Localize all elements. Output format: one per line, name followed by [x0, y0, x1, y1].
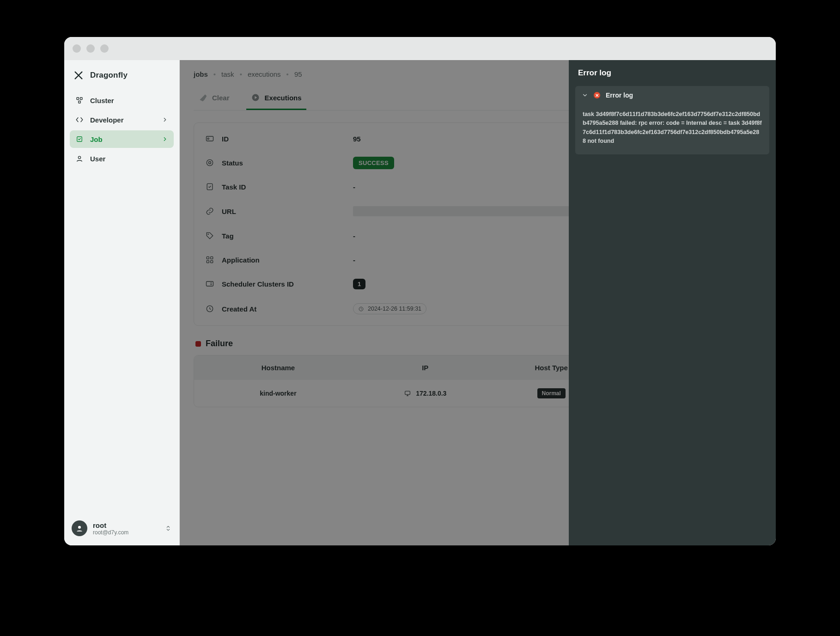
eraser-icon [198, 93, 207, 102]
app-body: Dragonfly Cluster Developer Job [64, 60, 776, 545]
cell-ip: 172.18.0.3 [362, 381, 488, 405]
svg-point-10 [209, 162, 211, 164]
field-label: Status [222, 159, 243, 167]
field-value: 95 [353, 135, 361, 143]
field-label: Tag [222, 232, 234, 240]
chevron-right-icon [162, 116, 168, 123]
target-icon [205, 158, 214, 167]
main: jobs • task • executions • 95 Clear Ex [180, 60, 776, 545]
breadcrumb-item[interactable]: jobs [194, 70, 208, 78]
svg-rect-16 [211, 261, 213, 263]
sidebar-item-developer[interactable]: Developer [70, 111, 174, 128]
field-value: - [353, 183, 355, 191]
col-hostname: Hostname [194, 355, 362, 380]
svg-point-5 [78, 526, 81, 529]
field-value: - [353, 232, 355, 240]
chevron-up-down-icon[interactable] [164, 525, 172, 532]
svg-rect-1 [80, 98, 83, 100]
field-label: ID [222, 135, 229, 143]
sidebar: Dragonfly Cluster Developer Job [64, 60, 180, 545]
status-badge: SUCCESS [353, 157, 394, 169]
svg-point-8 [207, 138, 209, 139]
host-type-badge: Normal [537, 388, 566, 398]
user-block: root root@d7y.com [93, 521, 128, 536]
svg-rect-15 [207, 261, 209, 263]
brand: Dragonfly [64, 60, 179, 89]
monitor-icon [404, 390, 411, 397]
drawer-title: Error log [569, 60, 776, 86]
avatar-user-icon [75, 524, 84, 532]
traffic-max-icon[interactable] [100, 44, 109, 53]
user-name: root [93, 521, 128, 529]
svg-rect-13 [207, 257, 209, 259]
svg-point-12 [207, 233, 209, 235]
sidebar-item-cluster[interactable]: Cluster [70, 92, 174, 109]
user-icon [75, 154, 84, 163]
svg-rect-2 [79, 101, 81, 104]
traffic-close-icon[interactable] [73, 44, 81, 53]
accordion-toggle[interactable]: ✕ Error log [575, 86, 769, 104]
field-label: Application [222, 256, 260, 264]
field-value: - [353, 256, 355, 264]
error-log-body: task 3d49f8f7c6d11f1d783b3de6fc2ef163d77… [575, 104, 769, 154]
avatar [72, 520, 87, 536]
job-icon [75, 135, 84, 143]
svg-rect-20 [405, 391, 410, 394]
sidebar-item-label: Cluster [90, 97, 114, 104]
error-log-accordion: ✕ Error log task 3d49f8f7c6d11f1d783b3de… [575, 86, 769, 154]
brand-logo-icon [73, 70, 84, 80]
svg-point-4 [78, 156, 80, 159]
sidebar-footer[interactable]: root root@d7y.com [64, 514, 179, 545]
breadcrumb-sep-icon: • [240, 70, 242, 78]
sidebar-item-label: User [90, 155, 105, 163]
error-log-drawer: Error log ✕ Error log task 3d49f8f7c6d11… [569, 60, 776, 545]
accordion-title: Error log [606, 92, 633, 99]
link-icon [205, 207, 214, 216]
apps-icon [205, 255, 214, 264]
clock-plus-icon [205, 304, 214, 313]
tab-executions[interactable]: Executions [246, 87, 306, 110]
field-label: Task ID [222, 183, 246, 191]
tab-label: Clear [212, 94, 230, 102]
tab-clear[interactable]: Clear [194, 87, 234, 110]
breadcrumb-item[interactable]: task [221, 70, 234, 78]
window-titlebar [64, 37, 776, 60]
code-icon [75, 116, 84, 124]
created-at-chip: 2024-12-26 11:59:31 [353, 303, 426, 314]
nav: Cluster Developer Job User [64, 89, 179, 170]
col-ip: IP [362, 355, 488, 380]
tag-icon [205, 231, 214, 240]
traffic-min-icon[interactable] [86, 44, 95, 53]
svg-rect-14 [211, 257, 213, 259]
breadcrumb-sep-icon: • [286, 70, 289, 78]
ip-value: 172.18.0.3 [416, 390, 446, 397]
clock-icon [358, 306, 364, 312]
field-label: Created At [222, 305, 256, 313]
sidebar-item-label: Job [90, 135, 103, 143]
created-at-value: 2024-12-26 11:59:31 [368, 306, 421, 312]
sidebar-item-job[interactable]: Job [70, 130, 174, 148]
failure-indicator-icon [195, 341, 201, 347]
id-card-icon [205, 279, 214, 288]
breadcrumb-sep-icon: • [213, 70, 216, 78]
app-window: Dragonfly Cluster Developer Job [64, 37, 776, 545]
field-label: URL [222, 208, 236, 215]
sidebar-item-label: Developer [90, 116, 124, 124]
id-icon [205, 134, 214, 143]
breadcrumb-item: 95 [294, 70, 302, 78]
chevron-right-icon [162, 136, 168, 142]
chevron-down-icon [582, 92, 588, 98]
field-label: Scheduler Clusters ID [222, 280, 294, 288]
error-dot-icon: ✕ [594, 92, 600, 98]
brand-name: Dragonfly [90, 71, 128, 80]
svg-rect-17 [207, 281, 213, 286]
sidebar-item-user[interactable]: User [70, 150, 174, 167]
svg-point-9 [207, 159, 213, 165]
failure-title: Failure [206, 339, 233, 349]
breadcrumb-item[interactable]: executions [248, 70, 281, 78]
user-email: root@d7y.com [93, 529, 128, 536]
cell-hostname: kind-worker [194, 381, 362, 405]
tab-label: Executions [265, 94, 302, 102]
play-circle-icon [251, 93, 260, 102]
cluster-icon [75, 96, 84, 104]
